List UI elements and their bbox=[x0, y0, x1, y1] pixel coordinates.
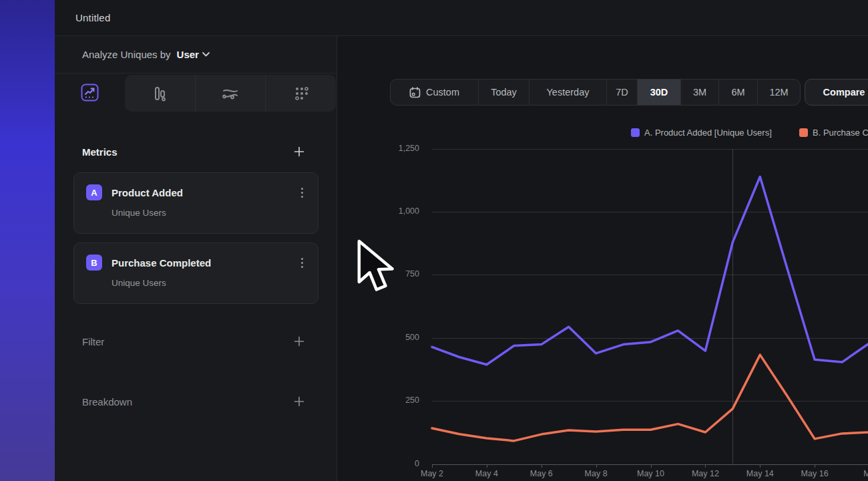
daterange-option-7d[interactable]: 7D bbox=[606, 79, 637, 105]
analyze-by-label: Analyze Uniques by bbox=[82, 49, 171, 60]
axis-tick bbox=[432, 465, 433, 468]
daterange-option-label: Yesterday bbox=[547, 87, 590, 98]
filter-header-label: Filter bbox=[82, 336, 104, 347]
daterange-option-6m[interactable]: 6M bbox=[718, 79, 757, 105]
daterange-option-label: Today bbox=[491, 87, 517, 98]
legend-label: B. Purchase Co bbox=[813, 128, 868, 138]
y-axis-label: 750 bbox=[337, 269, 419, 279]
axis-tick bbox=[760, 465, 761, 468]
legend-swatch-a bbox=[631, 128, 640, 137]
axis-tick bbox=[541, 465, 542, 468]
x-axis-label: May 14 bbox=[746, 469, 774, 478]
plus-icon bbox=[294, 396, 304, 407]
legend-item-a[interactable]: A. Product Added [Unique Users] bbox=[631, 128, 772, 138]
plus-icon bbox=[294, 146, 304, 157]
date-range-bar: Custom Today Yesterday 7D 30D 3M 6M 12M … bbox=[390, 79, 868, 106]
legend-swatch-b bbox=[799, 128, 808, 137]
x-axis-label: May 10 bbox=[637, 469, 664, 478]
app-window: Untitled Analyze Uniques by User bbox=[55, 0, 868, 481]
line-chart-icon bbox=[81, 84, 99, 102]
date-range-segments: Custom Today Yesterday 7D 30D 3M 6M 12M bbox=[390, 79, 801, 106]
daterange-option-label: 12M bbox=[769, 87, 788, 98]
add-metric-button[interactable] bbox=[293, 146, 305, 158]
top-bar: Untitled bbox=[55, 0, 868, 36]
tab-grid-chart[interactable] bbox=[265, 75, 336, 112]
y-axis-label: 500 bbox=[337, 333, 419, 342]
daterange-option-label: 3M bbox=[693, 87, 706, 98]
metric-card-b[interactable]: B Purchase Completed Unique Users bbox=[73, 243, 318, 304]
legend-item-b[interactable]: B. Purchase Co bbox=[799, 128, 868, 138]
analyze-by-row: Analyze Uniques by User bbox=[55, 36, 337, 73]
metric-subtitle[interactable]: Unique Users bbox=[112, 208, 307, 218]
metrics-section-header: Metrics bbox=[55, 144, 337, 159]
grid-chart-icon bbox=[292, 85, 310, 102]
metric-title[interactable]: Product Added bbox=[112, 187, 296, 198]
x-axis-label: May 4 bbox=[475, 469, 498, 478]
chart-type-tab-group bbox=[125, 75, 336, 112]
x-axis-label: May 16 bbox=[801, 469, 829, 478]
series-line bbox=[432, 355, 868, 441]
tab-bar-chart[interactable] bbox=[125, 75, 195, 112]
breakdown-header-label: Breakdown bbox=[82, 396, 132, 408]
calendar-icon bbox=[409, 87, 421, 98]
report-title[interactable]: Untitled bbox=[75, 12, 110, 23]
analyze-by-dropdown[interactable]: User bbox=[177, 49, 210, 60]
daterange-option-3m[interactable]: 3M bbox=[680, 79, 718, 105]
tab-line-chart[interactable] bbox=[55, 73, 125, 111]
axis-tick bbox=[815, 465, 815, 468]
daterange-option-yesterday[interactable]: Yesterday bbox=[529, 79, 606, 105]
breakdown-section-header: Breakdown bbox=[55, 394, 337, 409]
y-axis-label: 0 bbox=[337, 459, 419, 468]
metric-badge-b: B bbox=[86, 255, 102, 271]
filter-section-header: Filter bbox=[55, 334, 337, 349]
axis-tick bbox=[487, 465, 487, 468]
chart-panel: Custom Today Yesterday 7D 30D 3M 6M 12M … bbox=[337, 36, 868, 481]
daterange-option-label: 7D bbox=[616, 87, 628, 98]
daterange-option-label: 6M bbox=[731, 87, 744, 98]
daterange-option-custom[interactable]: Custom bbox=[391, 79, 478, 105]
chart-type-tabs bbox=[55, 73, 337, 114]
metric-subtitle[interactable]: Unique Users bbox=[112, 278, 307, 288]
metric-badge-a: A bbox=[86, 184, 102, 200]
metric-card-a[interactable]: A Product Added Unique Users bbox=[73, 172, 318, 234]
metric-options-button[interactable] bbox=[296, 186, 307, 198]
query-sidebar: Analyze Uniques by User bbox=[55, 36, 337, 481]
x-axis-line bbox=[432, 464, 868, 465]
chart-legend: A. Product Added [Unique Users] B. Purch… bbox=[337, 128, 868, 138]
y-axis-label: 1,000 bbox=[337, 206, 419, 216]
daterange-option-today[interactable]: Today bbox=[478, 79, 529, 105]
y-axis-label: 250 bbox=[337, 395, 419, 405]
chart-lines bbox=[432, 177, 868, 441]
y-axis-label: 1,250 bbox=[337, 144, 419, 153]
chart-plot-area[interactable] bbox=[432, 149, 868, 464]
daterange-option-30d[interactable]: 30D bbox=[637, 79, 680, 105]
compare-button[interactable]: Compare bbox=[805, 79, 868, 106]
metric-title[interactable]: Purchase Completed bbox=[112, 257, 296, 269]
x-axis-label: May 8 bbox=[585, 469, 608, 478]
daterange-option-label: Custom bbox=[426, 87, 459, 98]
x-axis-label: May 2 bbox=[421, 469, 443, 478]
x-axis-label: May 6 bbox=[530, 469, 553, 478]
legend-label: A. Product Added [Unique Users] bbox=[644, 128, 772, 138]
analyze-by-value: User bbox=[177, 49, 199, 60]
bar-chart-icon bbox=[151, 85, 168, 102]
tab-flow-chart[interactable] bbox=[195, 75, 266, 112]
axis-tick bbox=[651, 465, 652, 468]
left-accent-strip bbox=[0, 0, 55, 481]
axis-tick bbox=[596, 465, 597, 468]
x-axis-label: Ma bbox=[863, 469, 868, 478]
daterange-option-label: 30D bbox=[650, 87, 668, 98]
add-breakdown-button[interactable] bbox=[293, 395, 305, 408]
metric-options-button[interactable] bbox=[296, 257, 307, 269]
axis-tick bbox=[705, 465, 706, 468]
flow-chart-icon bbox=[221, 84, 240, 103]
chevron-down-icon bbox=[202, 52, 210, 57]
add-filter-button[interactable] bbox=[293, 335, 305, 347]
plus-icon bbox=[294, 336, 304, 347]
series-line bbox=[432, 177, 868, 365]
x-axis-label: May 12 bbox=[692, 469, 719, 478]
metrics-header-label: Metrics bbox=[82, 146, 118, 158]
daterange-option-12m[interactable]: 12M bbox=[757, 79, 800, 105]
